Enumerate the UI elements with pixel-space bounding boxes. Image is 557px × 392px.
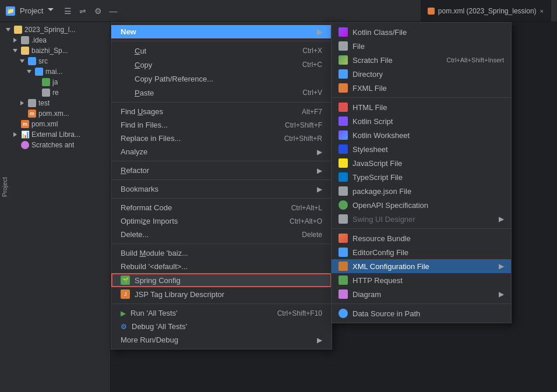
- m-file-icon: m: [28, 110, 36, 118]
- submenu-item-resource[interactable]: Resource Bundle: [332, 231, 511, 245]
- copy-icon: [121, 60, 130, 69]
- menu-item-label: Cut: [135, 47, 298, 55]
- menu-item-rebuild[interactable]: Rebuild '<default>...: [111, 260, 332, 273]
- menu-item-reformat[interactable]: Reformat Code Ctrl+Alt+L: [111, 201, 332, 214]
- menu-separator: [111, 198, 332, 199]
- openapi-icon: [339, 200, 348, 210]
- context-menu-sub: Kotlin Class/File File Scratch File Ctrl…: [331, 22, 512, 323]
- shortcut-label: Ctrl+Shift+R: [284, 135, 322, 143]
- folder-icon: [42, 78, 50, 86]
- submenu-item-label: HTTP Request: [352, 276, 504, 285]
- sidebar-item-test[interactable]: test: [0, 98, 110, 108]
- menu-item-analyze[interactable]: Analyze ▶: [111, 145, 332, 158]
- submenu-item-typescript[interactable]: TypeScript File: [332, 170, 511, 184]
- submenu-item-label: Diagram: [352, 290, 492, 299]
- menu-item-bookmarks[interactable]: Bookmarks ▶: [111, 182, 332, 196]
- tree-item-label: baizhi_Sp...: [31, 47, 68, 55]
- shortcut-label: Ctrl+V: [302, 89, 322, 97]
- menu-item-morerun[interactable]: More Run/Debug ▶: [111, 333, 332, 347]
- spring-config-row[interactable]: 🌱 Spring Config: [111, 273, 332, 287]
- cut-icon: [121, 46, 130, 55]
- sidebar-item-scratches[interactable]: Scratches ant: [0, 140, 110, 150]
- sidebar-item-resources[interactable]: re: [0, 87, 110, 98]
- sidebar-item-src[interactable]: src: [0, 56, 110, 66]
- menu-item-debug[interactable]: ⚙ Debug 'All Tests': [111, 320, 332, 333]
- menu-item-findinfiles[interactable]: Find in Files... Ctrl+Shift+F: [111, 118, 332, 132]
- submenu-item-editorconfig[interactable]: EditorConfig File: [332, 245, 511, 259]
- paste-icon: [121, 88, 130, 97]
- menu-item-run[interactable]: ▶ Run 'All Tests' Ctrl+Shift+F10: [111, 306, 332, 320]
- submenu-item-label: Data Source in Path: [352, 309, 504, 318]
- shortcut-label: Alt+F7: [302, 108, 322, 116]
- submenu-item-javascript[interactable]: JavaScript File: [332, 156, 511, 170]
- submenu-item-packagejson[interactable]: package.json File: [332, 184, 511, 198]
- submenu-item-directory[interactable]: Directory: [332, 67, 511, 81]
- menu-item-label: JSP Tag Library Descriptor: [135, 290, 322, 299]
- sidebar-item-ext-libs[interactable]: 📊 External Libra...: [0, 129, 110, 140]
- menu-item-copy[interactable]: Copy Ctrl+C: [111, 58, 332, 72]
- menu-item-delete[interactable]: Delete... Delete: [111, 228, 332, 241]
- submenu-item-html[interactable]: HTML File: [332, 100, 511, 114]
- menu-item-label: Refactor: [121, 166, 310, 175]
- submenu-item-label: Directory: [352, 70, 504, 79]
- m-file-icon: m: [21, 120, 29, 128]
- submenu-item-label: Stylesheet: [352, 145, 504, 154]
- toolbar-settings-icon[interactable]: ⚙: [93, 6, 103, 16]
- folder-icon: [28, 99, 36, 107]
- sidebar-item-java[interactable]: ja: [0, 77, 110, 87]
- menu-item-cut[interactable]: Cut Ctrl+X: [111, 44, 332, 58]
- sidebar-item-pom-baizhi[interactable]: m pom.xm...: [0, 108, 110, 119]
- toolbar-equalizer-icon[interactable]: ⇌: [78, 6, 87, 16]
- menu-item-refactor[interactable]: Refactor ▶: [111, 164, 332, 177]
- menu-separator: [111, 161, 332, 161]
- menu-item-copypath[interactable]: Copy Path/Reference...: [111, 72, 332, 86]
- project-dropdown[interactable]: [48, 8, 54, 14]
- spring-config-label: Spring Config: [135, 276, 181, 285]
- submenu-item-kotlin-script[interactable]: Kotlin Script: [332, 114, 511, 128]
- submenu-item-datasource[interactable]: Data Source in Path: [332, 306, 511, 320]
- menu-separator: [111, 102, 332, 103]
- sidebar-item-baizhi[interactable]: baizhi_Sp...: [0, 45, 110, 56]
- menu-item-paste[interactable]: Paste Ctrl+V: [111, 86, 332, 100]
- tree-item-label: Scratches ant: [31, 141, 74, 149]
- menu-item-replaceinfiles[interactable]: Replace in Files... Ctrl+Shift+R: [111, 132, 332, 145]
- submenu-item-diagram[interactable]: Diagram ▶: [332, 287, 511, 301]
- toolbar-layout-icon[interactable]: ☰: [63, 6, 72, 16]
- sidebar-item-pom-root[interactable]: m pom.xml: [0, 119, 110, 129]
- title-bar: 📁 Project ☰ ⇌ ⚙ — pom.xml (2023_Spring_l…: [0, 0, 557, 22]
- sidebar-item-idea[interactable]: .idea: [0, 35, 110, 45]
- submenu-item-file[interactable]: File: [332, 39, 511, 53]
- sidebar-item-project-root[interactable]: 2023_Spring_l...: [0, 24, 110, 35]
- folder-icon: [28, 57, 36, 65]
- submenu-item-fxml[interactable]: FXML File: [332, 81, 511, 95]
- submenu-item-http[interactable]: HTTP Request: [332, 273, 511, 287]
- submenu-item-kotlin-class[interactable]: Kotlin Class/File: [332, 25, 511, 39]
- resource-icon: [339, 234, 348, 243]
- submenu-item-openapi[interactable]: OpenAPI Specification: [332, 198, 511, 212]
- menu-item-label: Build Module 'baiz...: [121, 249, 322, 257]
- submenu-item-kotlin-worksheet[interactable]: Kotlin Worksheet: [332, 128, 511, 142]
- menu-item-buildmodule[interactable]: Build Module 'baiz...: [111, 246, 332, 260]
- menu-item-optimize[interactable]: Optimize Imports Ctrl+Alt+O: [111, 214, 332, 228]
- pom-xml-tab[interactable]: pom.xml (2023_Spring_lession) ×: [421, 0, 551, 22]
- menu-item-label: Optimize Imports: [121, 217, 285, 225]
- menu-item-jsptag[interactable]: J JSP Tag Library Descriptor: [111, 287, 332, 301]
- arrow-icon: [33, 89, 40, 96]
- toolbar-minimize-icon[interactable]: —: [108, 6, 118, 16]
- submenu-item-stylesheet[interactable]: Stylesheet: [332, 142, 511, 156]
- shortcut-label: Ctrl+C: [302, 61, 322, 69]
- submenu-item-scratch[interactable]: Scratch File Ctrl+Alt+Shift+Insert: [332, 53, 511, 67]
- tab-close-button[interactable]: ×: [540, 8, 544, 15]
- arrow-icon: [26, 68, 33, 75]
- submenu-item-xml-config[interactable]: XML Configuration File ▶: [332, 259, 511, 273]
- menu-separator: [111, 41, 332, 41]
- kotlin-worksheet-icon: [339, 130, 348, 140]
- sidebar-item-main[interactable]: mai...: [0, 66, 110, 77]
- arrow-icon: [5, 26, 12, 33]
- menu-item-label: Copy Path/Reference...: [135, 75, 322, 83]
- menu-item-label: Rebuild '<default>...: [121, 262, 322, 271]
- shortcut-label: Ctrl+X: [302, 47, 322, 55]
- menu-item-new[interactable]: New ▶: [111, 25, 332, 38]
- menu-item-findusages[interactable]: Find Usages Alt+F7: [111, 105, 332, 118]
- menu-item-label: Copy: [135, 61, 298, 69]
